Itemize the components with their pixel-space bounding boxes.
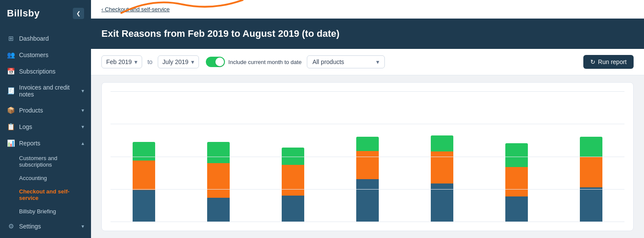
bar-stack [505, 143, 528, 222]
chevron-down-icon: ▾ [376, 58, 379, 65]
from-date-value: Feb 2019 [106, 58, 132, 65]
subnav-accounting[interactable]: Accounting [19, 171, 91, 185]
run-icon: ↻ [590, 58, 595, 65]
customers-icon: 👥 [7, 51, 15, 59]
main-content: Checkout and self-service Exit Reasons f… [91, 0, 644, 238]
bar-group [483, 91, 550, 222]
sidebar-item-subscriptions[interactable]: 📅 Subscriptions [0, 63, 91, 80]
bar-segment-blue [431, 183, 453, 222]
run-report-button[interactable]: ↻ Run report [583, 55, 634, 69]
bar-stack [431, 135, 453, 222]
subnav-checkout[interactable]: Checkout and self-service [19, 185, 91, 205]
toggle-label: Include current month to date [228, 59, 302, 65]
bar-segment-blue [580, 187, 602, 222]
sidebar-item-label: Dashboard [19, 35, 84, 42]
bar-stack [282, 148, 304, 222]
bar-segment-blue [133, 190, 155, 222]
page-header: Exit Reasons from Feb 2019 to August 201… [91, 19, 644, 49]
chevron-down-icon: ▾ [191, 58, 194, 65]
sidebar-item-label: Reports [19, 140, 77, 147]
bar-segment-green [133, 142, 155, 161]
bar-segment-orange [580, 157, 602, 187]
bar-segment-blue [207, 198, 230, 222]
sidebar-item-label: Subscriptions [19, 68, 84, 75]
bar-stack [356, 137, 379, 222]
bar-segment-green [431, 135, 453, 151]
sidebar-item-label: Logs [19, 123, 77, 130]
chevron-up-icon: ▴ [81, 140, 84, 146]
bar-group [111, 91, 177, 222]
chart-container [101, 82, 634, 231]
invoices-icon: 🧾 [7, 87, 15, 95]
sidebar: Billsby ❮ ⊞ Dashboard 👥 Customers 📅 Subs… [0, 0, 91, 238]
bar-group [409, 91, 475, 222]
bar-segment-orange [505, 167, 528, 196]
breadcrumb: Checkout and self-service [91, 0, 644, 19]
sidebar-item-reports[interactable]: 📊 Reports ▴ [0, 135, 91, 151]
include-current-month-toggle[interactable] [206, 57, 225, 67]
sidebar-collapse-button[interactable]: ❮ [73, 8, 84, 19]
bar-group [558, 91, 624, 222]
subnav-briefing[interactable]: Billsby Briefing [19, 205, 91, 218]
bar-segment-orange [133, 161, 155, 190]
controls-bar: Feb 2019 ▾ to July 2019 ▾ Include curren… [91, 49, 644, 75]
to-label: to [147, 58, 153, 65]
settings-icon: ⚙ [7, 222, 15, 230]
sidebar-item-label: Invoices and credit notes [19, 84, 77, 98]
to-date-select[interactable]: July 2019 ▾ [158, 55, 199, 68]
bar-segment-green [505, 143, 528, 167]
chart-area [91, 75, 644, 238]
bar-segment-green [580, 137, 602, 157]
sidebar-item-invoices[interactable]: 🧾 Invoices and credit notes ▾ [0, 80, 91, 102]
subnav-customers-subs[interactable]: Customers and subscriptions [19, 151, 91, 171]
chevron-down-icon: ▾ [81, 107, 84, 113]
bar-segment-green [356, 137, 379, 151]
bar-segment-orange [431, 151, 453, 183]
page-title: Exit Reasons from Feb 2019 to August 201… [101, 28, 634, 39]
bar-segment-orange [207, 163, 230, 198]
dashboard-icon: ⊞ [7, 35, 15, 42]
bar-segment-green [282, 148, 304, 165]
product-select-value: All products [312, 58, 344, 65]
sidebar-item-label: Products [19, 107, 77, 114]
chevron-down-icon: ▾ [134, 58, 137, 65]
bar-segment-blue [356, 179, 379, 222]
bar-group [185, 91, 252, 222]
bar-segment-blue [282, 196, 304, 222]
bar-stack [133, 142, 155, 222]
bar-segment-orange [282, 165, 304, 196]
sidebar-item-logs[interactable]: 📋 Logs ▾ [0, 119, 91, 135]
breadcrumb-link[interactable]: Checkout and self-service [101, 6, 170, 13]
chevron-down-icon: ▾ [81, 223, 84, 229]
sidebar-item-dashboard[interactable]: ⊞ Dashboard [0, 30, 91, 47]
chart-inner [111, 91, 624, 222]
from-date-select[interactable]: Feb 2019 ▾ [101, 55, 142, 68]
reports-icon: 📊 [7, 139, 15, 147]
bar-segment-orange [356, 151, 379, 179]
bar-stack [580, 137, 602, 222]
logs-icon: 📋 [7, 123, 15, 131]
run-report-label: Run report [598, 58, 627, 65]
sidebar-nav: ⊞ Dashboard 👥 Customers 📅 Subscriptions … [0, 27, 91, 238]
products-icon: 📦 [7, 106, 15, 114]
bar-stack [207, 142, 230, 222]
bar-group [260, 91, 326, 222]
sidebar-logo: Billsby [7, 8, 40, 19]
sidebar-item-label: Customers [19, 51, 84, 58]
chevron-down-icon: ▾ [81, 88, 84, 94]
bar-segment-green [207, 142, 230, 163]
subscriptions-icon: 📅 [7, 68, 15, 75]
sidebar-item-products[interactable]: 📦 Products ▾ [0, 102, 91, 119]
to-date-value: July 2019 [163, 58, 189, 65]
chevron-down-icon: ▾ [81, 124, 84, 130]
bar-group [334, 91, 401, 222]
sidebar-item-customers[interactable]: 👥 Customers [0, 47, 91, 63]
bar-segment-blue [505, 196, 528, 222]
product-select[interactable]: All products ▾ [307, 55, 385, 68]
sidebar-item-label: Settings [19, 223, 77, 230]
sidebar-header: Billsby ❮ [0, 0, 91, 27]
toggle-group: Include current month to date [206, 57, 302, 67]
reports-submenu: Customers and subscriptions Accounting C… [0, 151, 91, 218]
sidebar-item-settings[interactable]: ⚙ Settings ▾ [0, 218, 91, 235]
